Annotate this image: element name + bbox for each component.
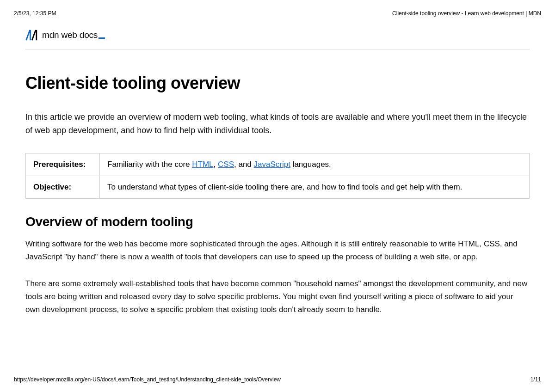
- prereq-text-suffix: languages.: [290, 160, 331, 169]
- prereq-sep1: ,: [214, 160, 218, 169]
- mdn-logo-icon: [25, 30, 38, 41]
- table-row: Prerequisites: Familiarity with the core…: [26, 153, 530, 176]
- intro-paragraph: In this article we provide an overview o…: [25, 110, 530, 137]
- html-link[interactable]: HTML: [192, 160, 213, 169]
- brand-header: mdn web docs: [25, 30, 530, 49]
- javascript-link[interactable]: JavaScript: [254, 160, 290, 169]
- body-paragraph: There are some extremely well-establishe…: [25, 277, 530, 316]
- page-title: Client-side tooling overview: [25, 74, 530, 93]
- underscore-icon: [99, 37, 105, 39]
- css-link[interactable]: CSS: [218, 160, 234, 169]
- prereq-text-prefix: Familiarity with the core: [107, 160, 192, 169]
- prerequisites-value: Familiarity with the core HTML, CSS, and…: [100, 153, 530, 176]
- table-row: Objective: To understand what types of c…: [26, 176, 530, 198]
- print-timestamp: 2/5/23, 12:35 PM: [14, 10, 56, 17]
- info-table: Prerequisites: Familiarity with the core…: [25, 153, 530, 199]
- prerequisites-label: Prerequisites:: [26, 153, 100, 176]
- print-page-number: 1/11: [530, 376, 541, 383]
- print-footer: https://developer.mozilla.org/en-US/docs…: [14, 376, 541, 383]
- print-url: https://developer.mozilla.org/en-US/docs…: [14, 376, 281, 383]
- print-header: 2/5/23, 12:35 PM Client-side tooling ove…: [0, 0, 555, 17]
- brand-text-label: mdn web docs: [42, 30, 98, 40]
- section-heading: Overview of modern tooling: [25, 214, 530, 229]
- body-paragraph: Writing software for the web has become …: [25, 238, 530, 263]
- prereq-sep2: , and: [234, 160, 254, 169]
- objective-label: Objective:: [26, 176, 100, 198]
- brand-text: mdn web docs: [42, 30, 105, 40]
- content: mdn web docs Client-side tooling overvie…: [0, 30, 555, 316]
- objective-value: To understand what types of client-side …: [100, 176, 530, 198]
- print-doc-title: Client-side tooling overview - Learn web…: [392, 10, 541, 17]
